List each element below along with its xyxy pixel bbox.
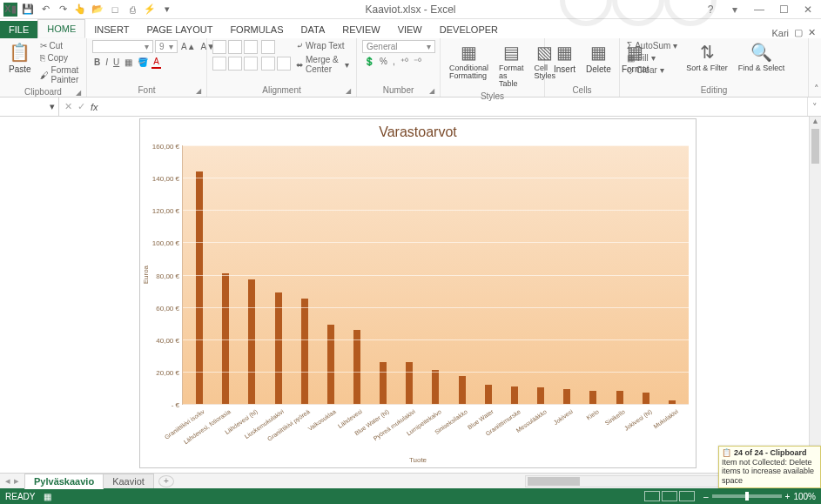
tab-review[interactable]: REVIEW [333,21,388,38]
zoom-thumb[interactable] [745,492,749,501]
percent-button[interactable]: % [378,56,389,67]
enter-formula-icon[interactable]: ✓ [77,101,85,112]
name-box[interactable]: ▾ [0,97,59,116]
tab-home[interactable]: HOME [37,19,85,38]
worksheet-area[interactable]: Varastoarvot Euroa - €20,00 €40,00 €60,0… [0,117,821,473]
qat-print-icon[interactable]: ⎙ [125,3,139,17]
delete-label: Delete [586,64,611,74]
tab-page-layout[interactable]: PAGE LAYOUT [138,21,221,38]
workbook-close-icon[interactable]: ✕ [808,27,816,38]
align-middle-button[interactable] [228,40,242,54]
currency-button[interactable]: 💲 [362,56,376,67]
increase-decimal-button[interactable]: ⁺⁰ [399,56,410,67]
chart-object[interactable]: Varastoarvot Euroa - €20,00 €40,00 €60,0… [139,118,697,468]
qat-save-icon[interactable]: 💾 [21,3,35,17]
view-page-layout-button[interactable] [662,491,677,501]
decrease-decimal-button[interactable]: ⁻⁰ [412,56,423,67]
align-center-button[interactable] [228,57,242,71]
tab-view[interactable]: VIEW [389,21,431,38]
align-left-button[interactable] [212,57,226,71]
border-button[interactable]: ▦ [123,57,134,68]
cancel-formula-icon[interactable]: ✕ [64,101,72,112]
qat-open-icon[interactable]: 📂 [91,3,104,17]
font-name-select[interactable]: ▾ [92,40,153,53]
align-right-button[interactable] [244,57,258,71]
fx-icon[interactable]: fx [91,102,98,112]
sheet-nav-next-icon[interactable]: ▸ [14,475,19,487]
align-top-button[interactable] [212,40,226,54]
format-as-table-button[interactable]: ▤Format as Table [495,40,528,90]
ribbon-options-icon[interactable]: ▾ [725,3,744,16]
vertical-scrollbar[interactable]: ▲ ▼ [809,117,821,473]
chart-bar [275,292,282,404]
scroll-up-icon[interactable]: ▲ [810,117,821,125]
font-dialog-launcher[interactable]: ◢ [196,87,201,95]
tab-data[interactable]: DATA [293,21,334,38]
maximize-icon[interactable]: ☐ [774,3,793,16]
tab-insert[interactable]: INSERT [85,21,138,38]
align-bottom-button[interactable] [244,40,258,54]
fill-button[interactable]: ▦Fill▾ [625,52,679,64]
number-format-select[interactable]: General▾ [362,40,435,53]
font-color-button[interactable]: A [151,56,161,69]
tab-developer[interactable]: DEVELOPER [431,21,507,38]
help-icon[interactable]: ? [701,3,720,16]
vertical-scroll-thumb[interactable] [811,129,819,164]
orientation-button[interactable] [261,40,275,54]
wrap-text-button[interactable]: ⤶Wrap Text [294,40,351,51]
comma-button[interactable]: , [391,56,397,67]
cut-button[interactable]: ✂Cut [38,40,81,51]
chart-plot-area: - €20,00 €40,00 €60,00 €80,00 €100,00 €1… [182,145,689,405]
merge-center-button[interactable]: ⬌Merge & Center▾ [294,54,351,75]
zoom-in-button[interactable]: + [785,492,791,501]
qat-touch-icon[interactable]: 👆 [73,3,87,17]
tab-formulas[interactable]: FORMULAS [221,21,292,38]
paste-button[interactable]: 📋 Paste [5,40,35,76]
insert-cells-button[interactable]: ▦Insert [550,40,579,76]
macro-record-icon[interactable]: ▦ [44,492,51,501]
find-select-button[interactable]: 🔍Find & Select [735,40,789,74]
collapse-ribbon-button[interactable]: ˄ [809,82,821,97]
bold-button[interactable]: B [92,57,102,68]
zoom-value[interactable]: 100% [793,492,816,501]
zoom-slider[interactable] [712,494,782,498]
account-name[interactable]: Kari [771,28,789,38]
sheet-tab-kaaviot[interactable]: Kaaviot [103,474,154,488]
view-normal-button[interactable] [644,491,660,501]
workbook-minimize-icon[interactable]: ▢ [794,27,803,38]
sheet-tab-active[interactable]: Pylväskaavio [24,474,104,489]
format-painter-button[interactable]: 🖌Format Painter [38,64,81,85]
add-sheet-button[interactable]: + [158,475,174,487]
grow-font-button[interactable]: A▲ [179,41,198,52]
close-icon[interactable]: ✕ [798,3,818,16]
view-page-break-button[interactable] [679,491,695,501]
number-dialog-launcher[interactable]: ◢ [429,87,434,95]
autosum-button[interactable]: ΣAutoSum▾ [625,40,679,51]
italic-button[interactable]: I [104,57,110,68]
qat-quick-icon[interactable]: ⚡ [143,3,157,17]
alignment-dialog-launcher[interactable]: ◢ [346,87,351,95]
conditional-formatting-button[interactable]: ▦Conditional Formatting [446,40,492,82]
decrease-indent-button[interactable] [261,57,275,71]
copy-button[interactable]: ⎘Copy [38,52,81,64]
fill-color-button[interactable]: 🪣 [136,57,150,68]
minimize-icon[interactable]: — [750,3,769,16]
horizontal-scroll-thumb[interactable] [528,477,580,486]
underline-button[interactable]: U [111,57,121,68]
clear-button[interactable]: ◇Clear▾ [625,64,679,76]
clipboard-dialog-launcher[interactable]: ◢ [76,89,81,97]
qat-undo-icon[interactable]: ↶ [38,3,52,17]
tab-file[interactable]: FILE [0,21,37,38]
qat-redo-icon[interactable]: ↷ [56,3,70,17]
qat-new-icon[interactable]: □ [108,3,122,17]
font-size-select[interactable]: 9▾ [155,40,178,53]
sheet-nav-prev-icon[interactable]: ◂ [5,475,10,487]
sort-filter-button[interactable]: ⇅Sort & Filter [683,40,731,74]
increase-indent-button[interactable] [277,57,291,71]
qat-more-icon[interactable]: ▾ [160,3,174,17]
chart-y-tick: 100,00 € [152,239,183,247]
delete-cells-button[interactable]: ▦Delete [582,40,615,76]
clipboard-notification[interactable]: 📋24 of 24 - Clipboard Item not Collected… [718,446,821,488]
expand-formula-bar-button[interactable]: ˅ [807,97,821,116]
zoom-out-button[interactable]: – [703,492,709,501]
